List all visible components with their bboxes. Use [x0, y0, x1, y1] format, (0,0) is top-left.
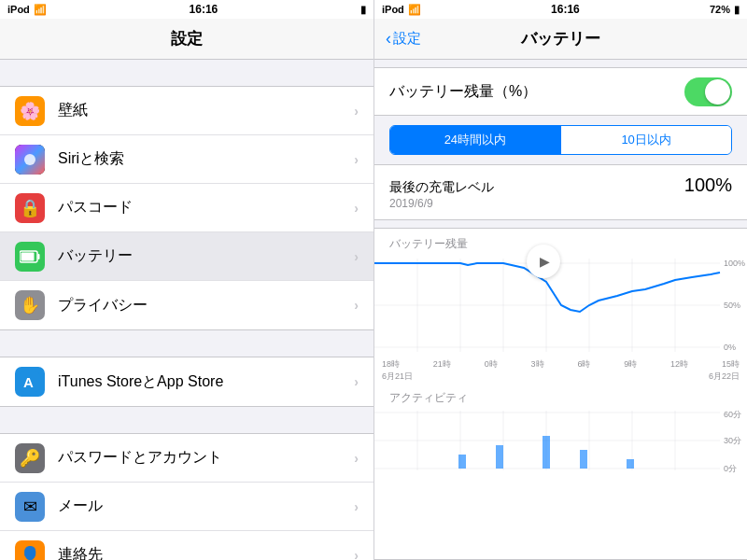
left-settings-list[interactable]: 🌸 壁紙 › Siriと検索 › 🔒 パスコード › [0, 60, 374, 560]
right-status-bar: iPod 📶 16:16 72% ▮ [374, 0, 747, 19]
svg-text:0分: 0分 [724, 464, 737, 473]
settings-item-privacy[interactable]: ✋ プライバシー › [0, 281, 374, 329]
toggle-knob [705, 79, 730, 105]
charge-section: 最後の充電レベル 2019/6/9 100% [374, 164, 747, 220]
left-time: 16:16 [190, 3, 218, 16]
siri-icon [15, 145, 45, 175]
contacts-chevron: › [354, 548, 359, 561]
settings-item-passwords[interactable]: 🔑 パスワードとアカウント › [0, 434, 374, 483]
right-nav-bar: ‹ 設定 バッテリー [374, 19, 747, 60]
battery-pct-toggle[interactable] [684, 77, 732, 106]
right-nav-title: バッテリー [521, 28, 600, 49]
svg-text:0%: 0% [724, 343, 736, 352]
svg-rect-32 [543, 436, 550, 469]
segment-control[interactable]: 24時間以内 10日以内 [389, 125, 732, 155]
passcode-chevron: › [354, 201, 359, 216]
svg-rect-3 [38, 254, 40, 259]
segment-10d[interactable]: 10日以内 [561, 126, 731, 154]
itunes-label: iTunes StoreとApp Store [58, 372, 354, 392]
passwords-chevron: › [354, 451, 359, 466]
chart-label: バッテリー残量 [374, 236, 747, 252]
section-gap-1 [0, 60, 374, 86]
wallpaper-chevron: › [354, 104, 359, 119]
back-button[interactable]: ‹ 設定 [386, 29, 421, 49]
settings-item-contacts[interactable]: 👤 連絡先 › [0, 531, 374, 560]
privacy-icon: ✋ [15, 290, 45, 320]
chart-section: バッテリー残量 100% 50% 0% [374, 228, 747, 560]
right-wifi-icon: 📶 [408, 4, 421, 16]
x-label-7: 15時 [722, 358, 740, 371]
left-panel: iPod 📶 16:16 ▮ 設定 🌸 壁紙 › [0, 0, 374, 560]
activity-label: アクティビティ [374, 385, 747, 408]
segment-24h[interactable]: 24時間以内 [390, 126, 560, 154]
privacy-chevron: › [354, 298, 359, 313]
settings-group-2: A iTunes StoreとApp Store › [0, 357, 374, 407]
x-label-5: 9時 [624, 358, 637, 371]
left-battery-icon: ▮ [360, 4, 366, 16]
passwords-label: パスワードとアカウント [58, 448, 354, 468]
mail-chevron: › [354, 499, 359, 514]
right-panel: iPod 📶 16:16 72% ▮ ‹ 設定 バッテリー バッテリー残量（%）… [374, 0, 747, 560]
svg-point-1 [24, 154, 35, 165]
date-label-start: 6月21日 [382, 371, 413, 383]
battery-pct-label: バッテリー残量（%） [389, 82, 684, 102]
settings-item-passcode[interactable]: 🔒 パスコード › [0, 184, 374, 232]
battery-chevron: › [354, 249, 359, 264]
transition-arrow: ▶ [527, 245, 560, 278]
left-device-label: iPod [7, 4, 30, 15]
section-gap-3 [0, 407, 374, 433]
date-row: 6月21日 6月22日 [374, 371, 747, 385]
x-label-6: 12時 [670, 358, 688, 371]
left-wifi-icon: 📶 [34, 4, 47, 16]
passwords-icon: 🔑 [15, 443, 45, 473]
charge-date: 2019/6/9 [389, 197, 494, 210]
settings-group-3: 🔑 パスワードとアカウント › ✉ メール › 👤 連絡先 › 📅 カレンダー … [0, 433, 374, 560]
svg-text:60分: 60分 [724, 410, 741, 419]
charge-title: 最後の充電レベル [389, 179, 494, 196]
svg-rect-33 [580, 450, 587, 469]
itunes-chevron: › [354, 374, 359, 389]
contacts-label: 連絡先 [58, 545, 354, 560]
segment-row: 24時間以内 10日以内 [374, 116, 747, 164]
passcode-icon: 🔒 [15, 193, 45, 223]
x-label-0: 18時 [382, 358, 400, 371]
mail-icon: ✉ [15, 492, 45, 522]
privacy-label: プライバシー [58, 296, 354, 315]
battery-label: バッテリー [58, 246, 354, 266]
x-label-4: 6時 [577, 358, 590, 371]
settings-item-wallpaper[interactable]: 🌸 壁紙 › [0, 87, 374, 135]
settings-item-siri[interactable]: Siriと検索 › [0, 135, 374, 184]
contacts-icon: 👤 [15, 540, 45, 561]
x-label-2: 0時 [485, 358, 498, 371]
svg-text:A: A [23, 374, 34, 390]
battery-chart: 100% 50% 0% [374, 254, 747, 357]
siri-label: Siriと検索 [58, 149, 354, 169]
right-device-label: iPod [382, 4, 404, 15]
battery-percentage-row: バッテリー残量（%） [374, 67, 747, 116]
right-battery-pct: 72% [710, 4, 730, 15]
svg-text:100%: 100% [724, 259, 745, 268]
svg-text:50%: 50% [724, 301, 740, 310]
back-chevron-icon: ‹ [386, 29, 391, 49]
left-status-bar: iPod 📶 16:16 ▮ [0, 0, 374, 19]
mail-label: メール [58, 497, 354, 516]
charge-percent: 100% [684, 175, 732, 196]
svg-text:30分: 30分 [724, 436, 741, 445]
svg-rect-34 [627, 459, 634, 469]
settings-item-itunes[interactable]: A iTunes StoreとApp Store › [0, 357, 374, 406]
section-gap-2 [0, 330, 374, 357]
x-label-1: 21時 [433, 358, 451, 371]
settings-item-battery[interactable]: バッテリー › [0, 232, 374, 281]
settings-item-mail[interactable]: ✉ メール › [0, 483, 374, 531]
settings-group-1: 🌸 壁紙 › Siriと検索 › 🔒 パスコード › [0, 86, 374, 330]
wallpaper-icon: 🌸 [15, 96, 45, 126]
battery-icon [15, 242, 45, 272]
siri-chevron: › [354, 152, 359, 167]
passcode-label: パスコード [58, 198, 354, 217]
left-nav-title: 設定 [171, 28, 203, 49]
x-label-3: 3時 [531, 358, 544, 371]
arrow-icon: ▶ [540, 254, 550, 269]
date-label-end: 6月22日 [709, 371, 740, 383]
svg-rect-30 [458, 455, 466, 469]
activity-chart-svg: 60分 30分 0分 [374, 408, 747, 473]
